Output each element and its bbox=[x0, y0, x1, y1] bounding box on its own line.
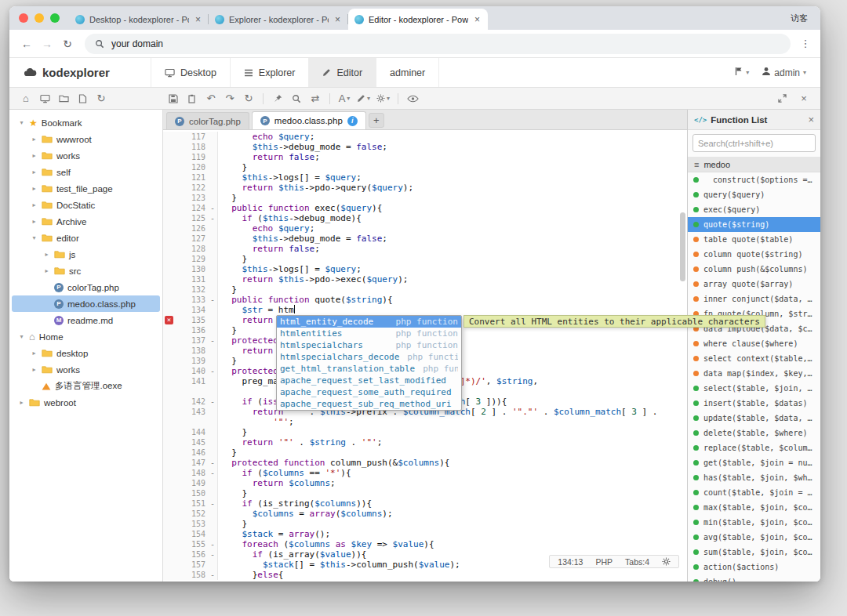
window-close-button[interactable] bbox=[19, 13, 28, 23]
save-icon[interactable] bbox=[165, 90, 182, 107]
tab-size-setting[interactable]: Tabs:4 bbox=[625, 557, 649, 567]
settings-button[interactable]: ▾ bbox=[374, 90, 392, 107]
function-list-item[interactable]: column_push(&$columns) bbox=[688, 262, 820, 277]
fold-marker[interactable]: - bbox=[208, 203, 217, 213]
editor-file-tab[interactable]: PcolorTag.php bbox=[166, 112, 249, 129]
code-line[interactable]: 120 } bbox=[163, 162, 687, 172]
code-line[interactable]: 145 return '"' . $string . '"'; bbox=[163, 437, 687, 448]
code-line[interactable]: 119 return false; bbox=[163, 152, 687, 162]
nav-item-adminer[interactable]: adminer bbox=[376, 58, 439, 87]
code-line[interactable]: 125- if ($this->debug_mode){ bbox=[163, 213, 687, 223]
tree-item-desktop[interactable]: ▸desktop bbox=[12, 345, 160, 361]
refresh-icon[interactable]: ↻ bbox=[93, 90, 110, 107]
code-line[interactable]: 146 } bbox=[163, 448, 687, 458]
tree-item-medoo.class.php[interactable]: Pmedoo.class.php bbox=[12, 295, 160, 312]
url-input[interactable]: your domain bbox=[85, 34, 791, 54]
function-list-item[interactable]: array_quote($array) bbox=[688, 277, 820, 292]
autocomplete-item[interactable]: get_html_translation_tablephp function bbox=[277, 363, 461, 375]
code-line[interactable]: 123 } bbox=[163, 193, 687, 203]
function-list-item[interactable]: where_clause($where) bbox=[688, 336, 820, 351]
function-list-item[interactable]: inner_conjunct($data, $conjunctor, $oute… bbox=[688, 292, 820, 306]
function-list-item[interactable]: table_quote($table) bbox=[688, 232, 820, 247]
function-list-item[interactable]: quote($string) bbox=[688, 217, 820, 232]
chevron-collapsed-icon[interactable]: ▸ bbox=[43, 251, 50, 258]
code-line[interactable]: 130 $this->logs[] = $query; bbox=[163, 264, 687, 274]
tab-close-icon[interactable]: × bbox=[473, 14, 482, 25]
fullscreen-icon[interactable] bbox=[773, 90, 791, 107]
editor-settings-gear-icon[interactable] bbox=[662, 557, 671, 566]
chevron-expanded-icon[interactable]: ▾ bbox=[18, 119, 25, 126]
browser-back-icon[interactable]: ← bbox=[17, 34, 36, 53]
nav-item-editor[interactable]: Editor bbox=[308, 58, 376, 87]
code-line[interactable]: 117 echo $query; bbox=[163, 132, 687, 142]
tree-item-DocStatic[interactable]: ▸DocStatic bbox=[12, 197, 160, 213]
home-icon[interactable]: ⌂ bbox=[17, 90, 35, 107]
browser-menu-icon[interactable]: ⋮ bbox=[798, 38, 812, 49]
chevron-expanded-icon[interactable]: ▾ bbox=[31, 234, 38, 241]
code-line[interactable]: 151- if (is_string($columns)){ bbox=[163, 498, 687, 509]
tab-close-icon[interactable]: × bbox=[194, 14, 202, 25]
new-folder-icon[interactable] bbox=[55, 90, 72, 107]
editor-scrollbar-thumb[interactable] bbox=[680, 212, 685, 281]
function-list-item[interactable]: update($table, $data, $where = null) bbox=[688, 411, 820, 426]
code-line[interactable]: 154 $stack = array(); bbox=[163, 529, 687, 539]
tree-item-works[interactable]: ▸works bbox=[12, 147, 160, 164]
code-line[interactable]: '"'; bbox=[163, 417, 687, 427]
tree-item-readme.md[interactable]: Mreadme.md bbox=[12, 312, 160, 328]
browser-tab[interactable]: Desktop - kodexplorer - Power× bbox=[69, 9, 209, 30]
new-file-icon[interactable] bbox=[74, 90, 91, 107]
tree-item-Archive[interactable]: ▸Archive bbox=[12, 213, 160, 230]
tab-close-icon[interactable]: × bbox=[333, 14, 342, 25]
function-list-item[interactable]: debug() bbox=[688, 574, 820, 582]
fold-marker[interactable]: - bbox=[208, 213, 217, 223]
redo-icon[interactable]: ↷ bbox=[221, 90, 238, 107]
fold-marker[interactable]: - bbox=[208, 570, 217, 580]
search-icon[interactable] bbox=[288, 90, 305, 107]
browser-tab[interactable]: Explorer - kodexplorer - Powe× bbox=[209, 9, 348, 30]
function-list-item[interactable]: data_map($index, $key, $value, $data, &$… bbox=[688, 366, 820, 381]
function-list-item[interactable]: delete($table, $where) bbox=[688, 426, 820, 440]
fold-marker[interactable]: - bbox=[208, 295, 217, 305]
theme-button[interactable]: ▾ bbox=[354, 90, 373, 107]
fold-marker[interactable]: - bbox=[208, 539, 217, 549]
chevron-collapsed-icon[interactable]: ▸ bbox=[18, 399, 25, 406]
autocomplete-item[interactable]: apache_request_sub_req_method_uri bbox=[277, 398, 461, 410]
tree-item-src[interactable]: ▸src bbox=[12, 263, 160, 279]
function-panel-close-icon[interactable]: × bbox=[808, 114, 814, 125]
function-list-item[interactable]: exec($query) bbox=[688, 202, 820, 217]
code-line[interactable]: 127 $this->debug_mode = false; bbox=[163, 234, 687, 244]
browser-reload-icon[interactable]: ↻ bbox=[58, 34, 77, 53]
chevron-expanded-icon[interactable]: ▾ bbox=[18, 333, 25, 340]
autocomplete-item[interactable]: htmlentitiesphp function bbox=[277, 328, 461, 339]
autocomplete-item[interactable]: htmlspecialchars_decodephp function bbox=[277, 351, 461, 363]
code-line[interactable]: 153 } bbox=[163, 519, 687, 529]
language-flag-button[interactable]: ▾ bbox=[735, 67, 749, 78]
function-class-row[interactable]: ≡medoo bbox=[688, 157, 820, 172]
code-line[interactable]: 149 return $columns; bbox=[163, 478, 687, 488]
undo-icon[interactable]: ↶ bbox=[202, 90, 220, 107]
tree-item-works[interactable]: ▸works bbox=[12, 361, 160, 378]
fold-marker[interactable]: - bbox=[208, 498, 217, 509]
chevron-collapsed-icon[interactable]: ▸ bbox=[31, 136, 38, 143]
code-line[interactable]: 158- }else{ bbox=[163, 570, 687, 580]
function-list-item[interactable]: replace($table, $columns, $search = null… bbox=[688, 440, 820, 455]
window-minimize-button[interactable] bbox=[35, 13, 44, 23]
fold-marker[interactable]: - bbox=[208, 335, 217, 346]
autocomplete-item[interactable]: apache_request_set_last_modified bbox=[277, 375, 461, 386]
function-list-item[interactable]: count($table, $join = null, $column = nu… bbox=[688, 485, 820, 500]
chevron-collapsed-icon[interactable]: ▸ bbox=[31, 185, 38, 192]
function-search-input[interactable] bbox=[693, 134, 816, 152]
code-line[interactable]: 118 $this->debug_mode = false; bbox=[163, 142, 687, 152]
code-line[interactable]: 147- protected function column_push(&$co… bbox=[163, 458, 687, 468]
chevron-collapsed-icon[interactable]: ▸ bbox=[31, 152, 38, 159]
code-line[interactable]: 152 $columns = array($columns); bbox=[163, 509, 687, 519]
function-list-item[interactable]: sum($table, $join, $column = null) bbox=[688, 545, 820, 560]
function-list-item[interactable]: get($table, $join = null, $column = null… bbox=[688, 455, 820, 470]
function-list-item[interactable]: __construct($options = null) bbox=[688, 172, 820, 187]
nav-item-desktop[interactable]: Desktop bbox=[151, 58, 230, 87]
chevron-collapsed-icon[interactable]: ▸ bbox=[31, 366, 38, 373]
tree-item-js[interactable]: ▸js bbox=[12, 246, 160, 263]
syntax-mode[interactable]: PHP bbox=[595, 557, 613, 567]
code-line[interactable]: 148- if ($columns == '*'){ bbox=[163, 468, 687, 478]
close-editor-icon[interactable]: × bbox=[795, 90, 812, 107]
